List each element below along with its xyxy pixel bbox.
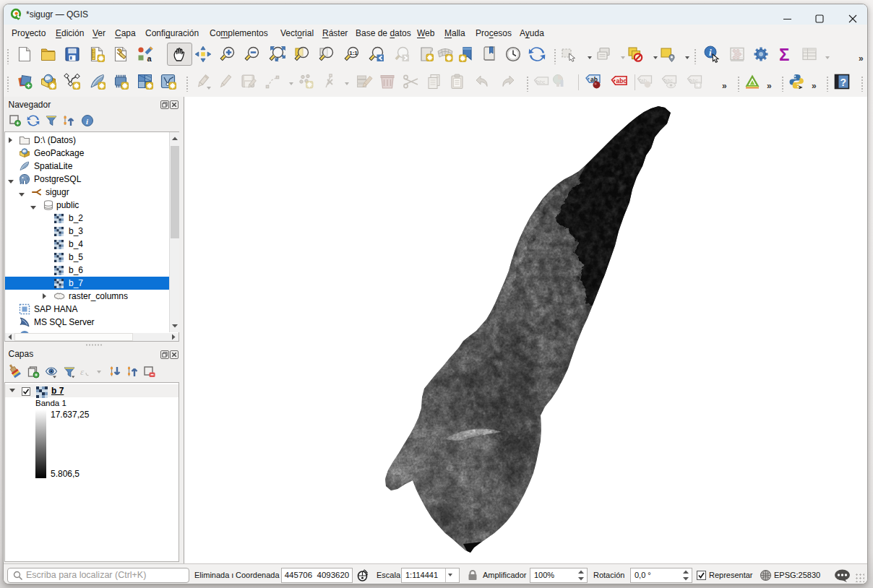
svg-text:?: ?	[840, 77, 847, 88]
svg-text:i: i	[709, 47, 712, 58]
svg-text:Σ: Σ	[779, 45, 789, 64]
svg-text:abc: abc	[616, 77, 627, 85]
svg-text:ε: ε	[80, 366, 85, 377]
svg-text:a: a	[147, 54, 152, 63]
svg-text:1:1: 1:1	[349, 50, 358, 56]
svg-text:abc: abc	[665, 78, 674, 83]
svg-text:abc: abc	[690, 78, 699, 83]
svg-text:abc: abc	[537, 79, 546, 85]
